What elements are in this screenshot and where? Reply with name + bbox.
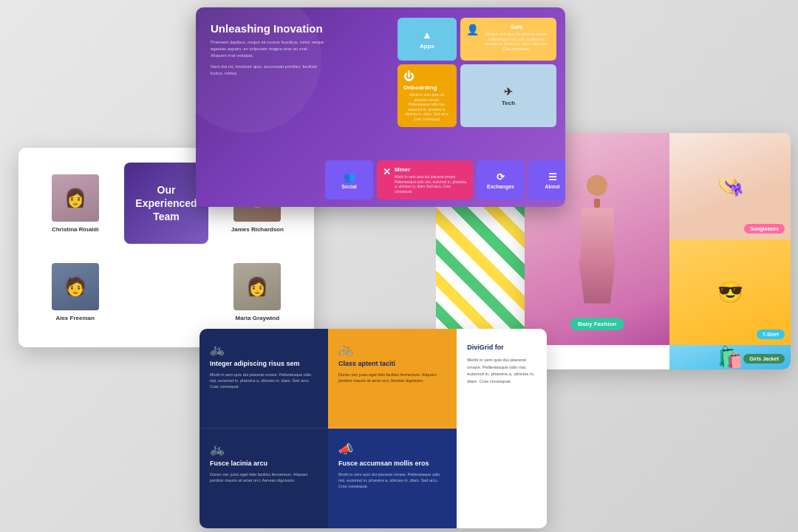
feature-4-icon: 📣 bbox=[338, 442, 446, 456]
feature-3-icon: 🚲 bbox=[210, 442, 318, 456]
miner-text: Morbi in sem quis dui placerat ornare Pe… bbox=[395, 174, 467, 194]
feature-1-icon: 🚲 bbox=[210, 342, 318, 356]
feature-cell-4: 📣 Fusce accumsan mollis eros Morbi in se… bbox=[328, 429, 457, 528]
fashion-tshirt-cell: 😎 T-Shirt bbox=[669, 239, 791, 346]
feature-3-title: Fusce lacinia arcu bbox=[210, 460, 318, 468]
about-icon: ☰ bbox=[548, 171, 557, 183]
miner-label: Miner bbox=[395, 166, 467, 173]
feature-cell-1: 🚲 Integer adipiscing risus sem Morbi in … bbox=[200, 329, 328, 429]
jacket-badge: Girls Jacket bbox=[743, 354, 785, 364]
tshirt-badge: T-Shirt bbox=[757, 330, 785, 339]
safe-text: Morbi in sem quis dui placerat ornare. P… bbox=[482, 32, 550, 51]
feature-cell-2: 🚲 Class aptent taciti Donec nec justo eg… bbox=[328, 329, 457, 429]
name-alex: Alex Freeman bbox=[55, 315, 94, 321]
avatar-maria: 👩 bbox=[233, 263, 281, 310]
avatar-alex: 🧑 bbox=[52, 263, 99, 310]
features-slide: 🚲 Integer adipiscing risus sem Morbi in … bbox=[200, 329, 547, 528]
features-left-col: 🚲 Integer adipiscing risus sem Morbi in … bbox=[200, 329, 328, 528]
sunglasses-badge: Sunglasses bbox=[744, 224, 785, 233]
exchanges-icon: ⟳ bbox=[497, 171, 505, 183]
safe-icon: 👤 bbox=[466, 24, 479, 35]
tile-apps[interactable]: ▲ Apps bbox=[398, 18, 457, 61]
tech-icon: ✈ bbox=[504, 86, 513, 98]
tile-about[interactable]: ☰ About bbox=[528, 160, 565, 200]
tile-tech[interactable]: ✈ Tech bbox=[460, 64, 556, 127]
onboarding-text: Morbi in sem quis dui placerat ornare. P… bbox=[403, 92, 451, 121]
tile-miner[interactable]: ✕ Miner Morbi in sem quis dui placerat o… bbox=[377, 160, 473, 200]
apps-icon: ▲ bbox=[422, 29, 432, 41]
purple-slide-title: Unleashing Inovation bbox=[211, 22, 325, 35]
onboarding-icon: ⏻ bbox=[403, 70, 414, 82]
features-mid-col: 🚲 Class aptent taciti Donec nec justo eg… bbox=[328, 329, 457, 528]
purple-slide-body1: Praesent dapibus, neque sit cursus fauci… bbox=[211, 39, 325, 59]
team-member-christina: 👩 Christina Rinaldi bbox=[52, 174, 99, 233]
safe-label: Safe bbox=[482, 24, 550, 30]
exchanges-label: Exchanges bbox=[487, 184, 514, 189]
feature-4-title: Fusce accumsan mollis eros bbox=[338, 460, 446, 468]
feature-cell-3: 🚲 Fusce lacinia arcu Donec nec justo ege… bbox=[200, 429, 328, 528]
name-maria: Maria Graywind bbox=[236, 315, 280, 321]
team-member-alex: 🧑 Alex Freeman bbox=[52, 263, 99, 321]
name-james: James Richardson bbox=[231, 226, 284, 233]
tile-social[interactable]: 👥 Social bbox=[325, 160, 373, 200]
feature-2-body: Donec nec justo eget felis facilisis fer… bbox=[338, 372, 446, 384]
features-right-col: DiviGrid for Morbi in sem quis dui place… bbox=[457, 329, 547, 528]
tile-exchanges[interactable]: ⟳ Exchanges bbox=[477, 160, 525, 200]
purple-slide-body2: Nam dui mi, tincidunt quis, accumsan por… bbox=[211, 64, 325, 77]
fashion-jacket-cell: 🛍️ Girls Jacket bbox=[669, 345, 791, 369]
avatar-christina: 👩 bbox=[52, 174, 99, 222]
social-label: Social bbox=[341, 184, 357, 189]
apps-label: Apps bbox=[420, 43, 434, 50]
feature-4-body: Morbi in sem quis dui placerat ornare. P… bbox=[338, 471, 446, 490]
team-title: Our Experienced Team bbox=[132, 183, 200, 224]
name-christina: Christina Rinaldi bbox=[52, 226, 99, 233]
about-label: About bbox=[545, 184, 559, 189]
tech-label: Tech bbox=[502, 100, 515, 106]
baby-fashion-badge: Baby Fashion bbox=[570, 318, 624, 330]
fashion-sunglasses-cell: 👒 Sunglasses bbox=[669, 133, 791, 239]
features-right-title: DiviGrid for bbox=[467, 344, 536, 351]
tile-safe[interactable]: 👤 Safe Morbi in sem quis dui placerat or… bbox=[460, 18, 556, 61]
feature-1-body: Morbi in sem quis dui placerat ornare. P… bbox=[210, 372, 318, 390]
feature-2-icon: 🚲 bbox=[338, 342, 446, 356]
tile-onboarding[interactable]: ⏻ Onboarding Morbi in sem quis dui place… bbox=[398, 64, 457, 127]
miner-icon: ✕ bbox=[383, 166, 391, 177]
feature-3-body: Donec nec justo eget felis facilisis fer… bbox=[210, 471, 318, 484]
feature-1-title: Integer adipiscing risus sem bbox=[210, 360, 318, 369]
team-member-maria: 👩 Maria Graywind bbox=[233, 263, 281, 321]
purple-slide: Unleashing Inovation Praesent dapibus, n… bbox=[196, 7, 565, 207]
feature-2-title: Class aptent taciti bbox=[338, 360, 446, 369]
scene: Unleashing Inovation Praesent dapibus, n… bbox=[0, 0, 798, 532]
social-icon: 👥 bbox=[344, 171, 355, 183]
onboarding-label: Onboarding bbox=[403, 84, 437, 91]
features-right-body: Morbi in sem quis dui placerat ornare. P… bbox=[467, 357, 536, 385]
